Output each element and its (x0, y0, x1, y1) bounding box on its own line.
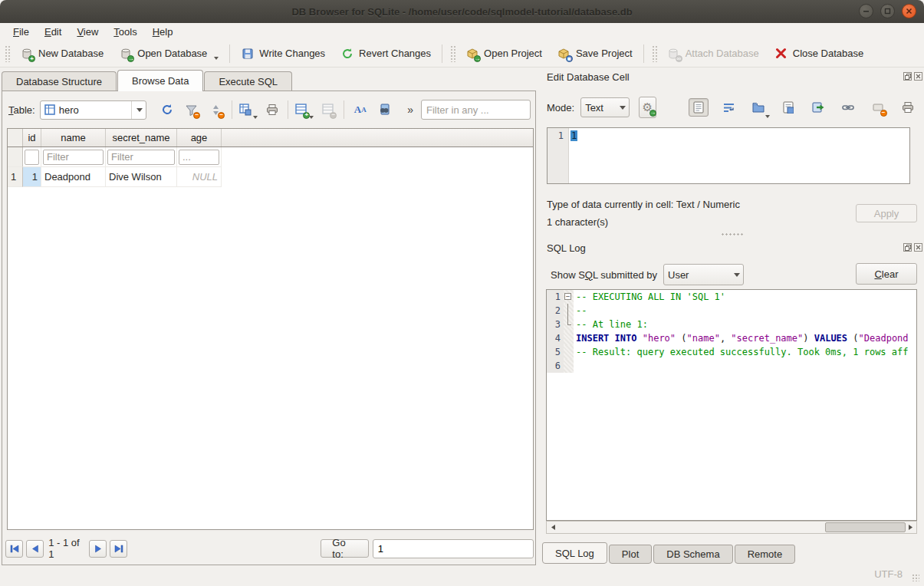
submitted-by-selector[interactable]: User (663, 264, 744, 285)
toolbar-drag-handle[interactable] (652, 45, 657, 62)
scrollbar-thumb[interactable] (825, 522, 906, 532)
tab-database-structure[interactable]: Database Structure (2, 71, 117, 91)
column-header-secret-name[interactable]: secret_name (106, 129, 177, 146)
refresh-button[interactable] (157, 100, 176, 119)
menu-help[interactable]: Help (146, 25, 180, 38)
tab-plot[interactable]: Plot (609, 545, 652, 564)
next-record-button[interactable] (89, 540, 107, 558)
menu-edit[interactable]: Edit (38, 25, 68, 38)
copy-link-button[interactable] (838, 98, 858, 117)
fold-collapse-icon[interactable]: − (564, 293, 571, 300)
scroll-right-arrow[interactable] (904, 522, 916, 533)
find-in-table-button[interactable] (374, 100, 393, 119)
font-settings-button[interactable]: AA (350, 100, 370, 119)
menu-view[interactable]: View (70, 25, 105, 38)
auto-format-button[interactable]: ⚙→ (639, 97, 656, 118)
title-bar[interactable]: DB Browser for SQLite - /home/user/code/… (0, 0, 924, 23)
open-database-button[interactable]: → Open Database (111, 43, 226, 64)
dock-splitter-handle[interactable] (721, 232, 744, 237)
insert-record-dropdown-arrow[interactable] (309, 116, 314, 119)
text-view-toggle[interactable] (689, 98, 709, 117)
first-record-button[interactable] (5, 540, 23, 558)
column-header-age[interactable]: age (177, 129, 222, 146)
browse-data-panel: Table: hero − (2, 91, 536, 565)
import-cell-data-button[interactable] (748, 98, 768, 117)
open-in-external-button[interactable] (808, 98, 828, 117)
resize-grip[interactable] (912, 574, 919, 581)
sql-log-controls: Show SQL submitted by User Clear (551, 263, 917, 286)
toolbar-drag-handle[interactable] (450, 45, 455, 62)
open-project-button[interactable]: → Open Project (458, 43, 550, 64)
menu-tools[interactable]: Tools (107, 25, 143, 38)
cell-editor[interactable]: 1 1 (547, 127, 910, 184)
sql-log-dock-title[interactable]: SQL Log (547, 242, 586, 254)
menu-file[interactable]: File (6, 25, 36, 38)
table-selector[interactable]: hero (40, 100, 147, 120)
revert-changes-button[interactable]: Revert Changes (333, 43, 439, 64)
export-cell-data-button[interactable] (778, 98, 798, 117)
cell-age[interactable]: NULL (177, 167, 222, 187)
filter-input-id[interactable] (25, 150, 39, 165)
column-header-name[interactable]: name (41, 129, 106, 146)
log-line: -- (576, 305, 587, 316)
clear-log-button[interactable]: Clear (856, 263, 917, 285)
tab-execute-sql[interactable]: Execute SQL (204, 71, 292, 91)
cell-name[interactable]: Deadpond (41, 167, 106, 187)
log-horizontal-scrollbar[interactable] (546, 521, 917, 534)
maximize-button[interactable] (880, 4, 895, 18)
filter-input-age[interactable] (179, 150, 219, 165)
global-filter-input[interactable] (421, 100, 531, 120)
corner-header[interactable] (8, 129, 23, 146)
scroll-left-arrow[interactable] (547, 522, 559, 533)
tab-browse-data[interactable]: Browse Data (117, 70, 203, 91)
window-title: DB Browser for SQLite - /home/user/code/… (291, 6, 632, 18)
previous-record-button[interactable] (26, 540, 44, 558)
insert-record-button[interactable]: + (294, 100, 314, 119)
import-dropdown-arrow[interactable] (765, 115, 770, 118)
dock-float-button[interactable] (903, 243, 912, 252)
row-number[interactable]: 1 (8, 167, 23, 187)
write-changes-button[interactable]: Write Changes (233, 43, 333, 64)
window-controls (859, 4, 916, 18)
toolbar-overflow-chevron[interactable]: » (404, 104, 416, 116)
clear-sorting-button[interactable]: − (206, 100, 225, 119)
column-header-id[interactable]: id (23, 129, 41, 146)
cell-secret-name[interactable]: Dive Wilson (106, 167, 177, 187)
dock-float-button[interactable] (903, 72, 912, 81)
word-wrap-toggle[interactable] (718, 98, 738, 117)
toolbar-separator (643, 44, 644, 63)
tab-db-schema[interactable]: DB Schema (653, 545, 732, 564)
cell-id[interactable]: 1 (23, 167, 41, 187)
filter-input-name[interactable] (43, 150, 104, 165)
toolbar-separator (344, 100, 344, 119)
open-database-dropdown-arrow[interactable] (214, 57, 219, 60)
edit-cell-dock-title[interactable]: Edit Database Cell (547, 71, 630, 83)
sql-log-editor[interactable]: 1 − -- EXECUTING ALL IN 'SQL 1' 2 -- 3 -… (546, 289, 917, 521)
minimize-button[interactable] (859, 4, 873, 18)
print-cell-button[interactable] (898, 98, 918, 117)
new-database-button[interactable]: + New Database (12, 43, 111, 64)
goto-input[interactable] (373, 539, 534, 558)
set-null-button[interactable]: − (868, 98, 888, 117)
dock-close-button[interactable] (914, 243, 922, 252)
revert-changes-icon (340, 47, 353, 60)
goto-button[interactable]: Go to: (321, 539, 368, 558)
tab-remote[interactable]: Remote (735, 545, 796, 564)
mode-selector[interactable]: Text (580, 97, 630, 117)
encoding-indicator[interactable]: UTF-8 (874, 568, 903, 580)
save-table-button[interactable] (238, 100, 258, 119)
save-project-button[interactable]: ■ Save Project (550, 43, 640, 64)
filter-input-secret-name[interactable] (107, 150, 175, 165)
toolbar-drag-handle[interactable] (5, 45, 10, 62)
tab-sql-log[interactable]: SQL Log (542, 542, 607, 564)
print-table-button[interactable] (262, 100, 281, 119)
close-button[interactable] (902, 4, 916, 18)
link-icon (842, 101, 855, 114)
database-new-icon: + (20, 47, 33, 60)
save-table-dropdown-arrow[interactable] (253, 116, 258, 119)
clear-filters-button[interactable]: − (182, 100, 201, 119)
close-database-button[interactable]: Close Database (767, 43, 872, 64)
submitted-by-value: User (668, 269, 689, 281)
last-record-button[interactable] (110, 540, 127, 558)
dock-close-button[interactable] (914, 72, 922, 81)
